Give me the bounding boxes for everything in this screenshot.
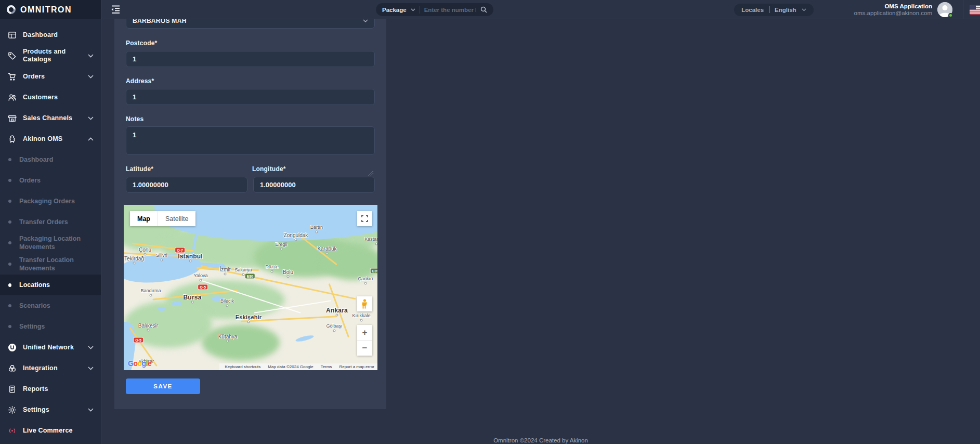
user-email: oms.application@akinon.com [854,10,932,17]
tag-icon [7,51,17,60]
footer-text: Omnitron ©2024 Created by Akinon [101,437,980,443]
road-badge: O-5 [133,337,143,343]
sidebar-subitem-scenarios[interactable]: Scenarios [0,295,101,316]
city-dot [375,243,378,245]
google-logo-letter: o [137,359,141,368]
city-dot [280,248,283,251]
sidebar-subitem-packaging-orders[interactable]: Packaging Orders [0,191,101,212]
location-form-panel: BARBAROS MAH Postcode* Address* Notes 1 … [114,19,386,409]
sidebar-subitem-settings[interactable]: Settings [0,316,101,337]
sidebar-collapse-icon[interactable] [110,4,121,15]
city-dot [247,321,250,323]
sidebar-subitem-dashboard[interactable]: Dashboard [0,149,101,170]
map-terrain [202,324,280,361]
sidebar-item-label: Unified Network [23,344,82,351]
zoom-in-button[interactable]: + [357,325,372,341]
city-dot [326,252,329,255]
city-dot [360,319,363,322]
locale-selector[interactable]: Locales English [734,4,813,16]
sidebar-item-customers[interactable]: Customers [0,87,101,108]
notes-textarea[interactable]: 1 [126,126,375,155]
search-input[interactable]: Enter the number P... [424,7,476,13]
brand[interactable]: OMNITRON [0,0,101,19]
sidebar-subitem-label: Locations [19,281,50,289]
google-map[interactable]: BartınZonguldakEreğliKastamonuKarabükÇor… [124,205,377,370]
save-button[interactable]: SAVE [126,378,200,394]
chevron-down-icon [363,19,368,22]
bullet-icon [8,179,11,182]
sidebar-item-settings[interactable]: Settings [0,399,101,420]
sidebar-item-akinon-oms[interactable]: Akinon OMS [0,128,101,149]
map-city-label: Kırıkkale [352,313,370,318]
google-logo-letter: G [128,359,133,368]
road-badge: E89 [370,268,377,274]
city-dot [161,259,163,262]
map-attribution-item[interactable]: Report a map error [339,364,374,369]
map-city-label: Düzce [265,264,279,269]
sidebar-item-orders[interactable]: Orders [0,66,101,87]
chevron-down-icon [88,75,94,79]
sidebar-item-integration[interactable]: Integration [0,358,101,378]
topbar: Package Enter the number P... Locales En… [101,0,980,19]
map-attribution-item[interactable]: Map data ©2024 Google [268,364,313,369]
chevron-up-icon [88,137,94,141]
search-icon[interactable] [480,6,487,13]
sidebar-subitem-orders[interactable]: Orders [0,170,101,191]
map-city-label: Bartın [310,225,323,230]
global-search[interactable]: Package Enter the number P... [376,3,493,16]
language-value: English [775,7,796,13]
city-dot [189,260,192,263]
latitude-label: Latitude* [126,165,153,173]
map-city-label: Kastamonu [364,237,377,242]
resize-handle[interactable] [369,171,373,176]
longitude-input[interactable] [253,177,375,193]
postcode-input[interactable] [126,51,375,67]
map-tab-map[interactable]: Map [130,211,158,226]
pegman-icon[interactable] [357,296,372,311]
bullet-icon [8,220,11,224]
search-scope-select[interactable]: Package [382,7,407,13]
map-zoom-control: + − [357,325,372,356]
sidebar-item-sales-channels[interactable]: Sales Channels [0,108,101,128]
bullet-icon [8,158,11,161]
sidebar-item-label: Akinon OMS [23,135,82,143]
latitude-input[interactable] [126,177,247,193]
sidebar-subitem-transfer-orders[interactable]: Transfer Orders [0,212,101,232]
flag-canton [970,5,976,9]
sidebar-item-products-and-catalogs[interactable]: Products and Catalogs [0,45,101,66]
bullet-icon [8,304,11,307]
page: OMNITRON DashboardProducts and CatalogsO… [0,0,980,444]
lake [158,307,166,311]
sidebar-subitem-transfer-location-movements[interactable]: Transfer Location Movements [0,254,101,275]
sidebar-item-label: Customers [23,94,94,101]
postcode-label: Postcode* [126,40,157,47]
sidebar-item-reports[interactable]: Reports [0,378,101,399]
sidebar-subitem-label: Settings [19,322,45,331]
map-city-label: Bolu [283,269,293,275]
district-select[interactable]: BARBAROS MAH [126,19,375,29]
fullscreen-button[interactable] [357,211,372,226]
omnitron-logo-icon [5,3,17,16]
sidebar-subitem-packaging-location-movements[interactable]: Packaging Location Movements [0,232,101,254]
map-city-label: Eskişehir [236,314,262,320]
sidebar-item-dashboard[interactable]: Dashboard [0,24,101,45]
sidebar-item-label: Products and Catalogs [23,48,82,63]
sidebar-subitem-locations[interactable]: Locations [0,275,101,295]
user-info[interactable]: OMS Application oms.application@akinon.c… [854,3,932,17]
map-tab-satellite[interactable]: Satellite [158,211,195,226]
us-flag-icon[interactable] [970,5,980,15]
bullet-icon [8,325,11,328]
map-city-label: Sakarya [234,267,252,272]
sidebar: OMNITRON DashboardProducts and CatalogsO… [0,0,101,444]
map-attribution-item[interactable]: Terms [321,364,332,369]
sidebar-subitem-label: Transfer Location Movements [19,256,84,273]
sidebar-item-unified-network[interactable]: Unified Network [0,337,101,358]
city-dot [150,294,152,297]
notes-label: Notes [126,115,143,123]
city-dot [364,282,367,285]
map-city-label: Tekirdağ [124,256,144,262]
sidebar-item-live-commerce[interactable]: Live Commerce [0,420,101,441]
avatar[interactable] [937,2,952,17]
zoom-out-button[interactable]: − [357,341,372,356]
address-input[interactable] [126,89,375,105]
